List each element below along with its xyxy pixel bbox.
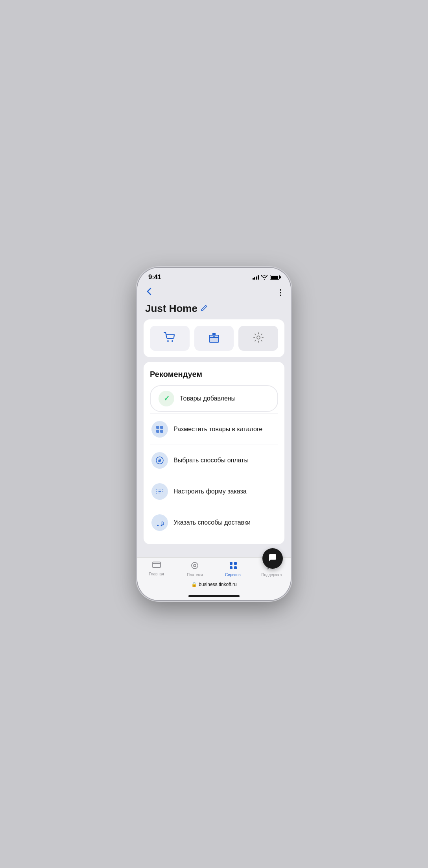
box-action-button[interactable]: [194, 326, 234, 351]
box-icon: [208, 332, 220, 345]
checkmark-icon: ✓: [164, 394, 170, 403]
check-circle: ✓: [159, 391, 174, 406]
status-icons: [253, 275, 280, 280]
settings-icon: [253, 332, 264, 345]
tab-services[interactable]: Сервисы: [214, 558, 253, 579]
svg-rect-2: [209, 335, 219, 342]
tab-payments-label: Платежи: [187, 573, 203, 577]
tab-main-label: Главная: [149, 572, 164, 576]
svg-rect-21: [230, 566, 232, 569]
edit-icon[interactable]: [201, 304, 208, 313]
tab-support-label: Поддержка: [261, 573, 282, 577]
page-title: Just Home: [145, 302, 197, 315]
browser-bar: 🔒 business.tinkoff.ru: [137, 579, 291, 594]
browser-url: 🔒 business.tinkoff.ru: [191, 582, 237, 587]
tab-payments-icon: [191, 562, 199, 571]
wifi-icon: [261, 275, 268, 280]
tab-payments[interactable]: Платежи: [176, 558, 214, 579]
home-indicator: [137, 594, 291, 600]
svg-point-18: [194, 564, 196, 567]
svg-point-14: [157, 525, 159, 527]
catalog-label: Разместить товары в каталоге: [173, 426, 262, 433]
status-bar: 9:41: [137, 268, 291, 283]
cart-action-button[interactable]: [150, 326, 190, 351]
svg-rect-19: [230, 562, 232, 565]
payment-item[interactable]: ₽ Выбрать способы оплаты: [150, 447, 278, 474]
svg-rect-8: [160, 426, 163, 429]
tab-main-icon: [152, 562, 161, 571]
svg-rect-4: [212, 333, 216, 335]
svg-rect-5: [213, 336, 215, 338]
chat-fab-button[interactable]: [262, 548, 283, 569]
svg-rect-10: [160, 430, 163, 433]
divider-1: [150, 414, 278, 414]
chat-fab-icon: [268, 553, 277, 564]
tab-services-icon: [229, 562, 237, 571]
catalog-icon: [151, 421, 168, 438]
order-form-label: Настроить форму заказа: [173, 488, 247, 495]
gear-action-button[interactable]: [238, 326, 278, 351]
svg-rect-20: [234, 562, 237, 565]
tab-services-label: Сервисы: [225, 573, 241, 577]
svg-point-15: [161, 525, 162, 527]
payment-icon: ₽: [151, 452, 168, 469]
svg-point-0: [167, 340, 169, 342]
svg-point-17: [192, 562, 198, 569]
delivery-item[interactable]: Указать способы доставки: [150, 509, 278, 536]
completed-item: ✓ Товары добавлены: [150, 385, 278, 412]
phone-frame: 9:41: [137, 268, 291, 600]
more-button[interactable]: [278, 287, 283, 298]
svg-text:₽: ₽: [158, 458, 161, 464]
svg-rect-16: [153, 562, 160, 568]
main-content: Рекомендуем ✓ Товары добавлены: [137, 319, 291, 557]
divider-3: [150, 476, 278, 476]
page-title-row: Just Home: [137, 302, 291, 319]
svg-rect-9: [156, 430, 159, 433]
catalog-item[interactable]: Разместить товары в каталоге: [150, 415, 278, 443]
status-time: 9:41: [148, 273, 161, 281]
url-text: business.tinkoff.ru: [199, 582, 237, 587]
payment-label: Выбрать способы оплаты: [173, 457, 249, 464]
tab-main[interactable]: Главная: [137, 558, 176, 579]
signal-icon: [253, 275, 259, 280]
svg-point-1: [172, 340, 173, 342]
delivery-icon: [151, 514, 168, 531]
order-form-icon: [151, 483, 168, 500]
recommendations-card: Рекомендуем ✓ Товары добавлены: [144, 362, 284, 544]
quick-actions: [144, 319, 284, 357]
svg-rect-22: [234, 566, 237, 569]
divider-2: [150, 445, 278, 445]
svg-rect-7: [156, 426, 159, 429]
order-form-item[interactable]: Настроить форму заказа: [150, 478, 278, 505]
cart-icon: [164, 332, 175, 345]
svg-rect-13: [156, 521, 162, 525]
lock-icon: 🔒: [191, 582, 197, 587]
home-bar: [188, 595, 240, 597]
back-button[interactable]: [145, 286, 153, 299]
recommendations-title: Рекомендуем: [150, 370, 278, 379]
completed-item-label: Товары добавлены: [180, 395, 236, 402]
delivery-label: Указать способы доставки: [173, 519, 251, 526]
battery-icon: [270, 275, 280, 280]
svg-point-6: [257, 336, 260, 339]
divider-4: [150, 507, 278, 507]
nav-header: [137, 283, 291, 302]
